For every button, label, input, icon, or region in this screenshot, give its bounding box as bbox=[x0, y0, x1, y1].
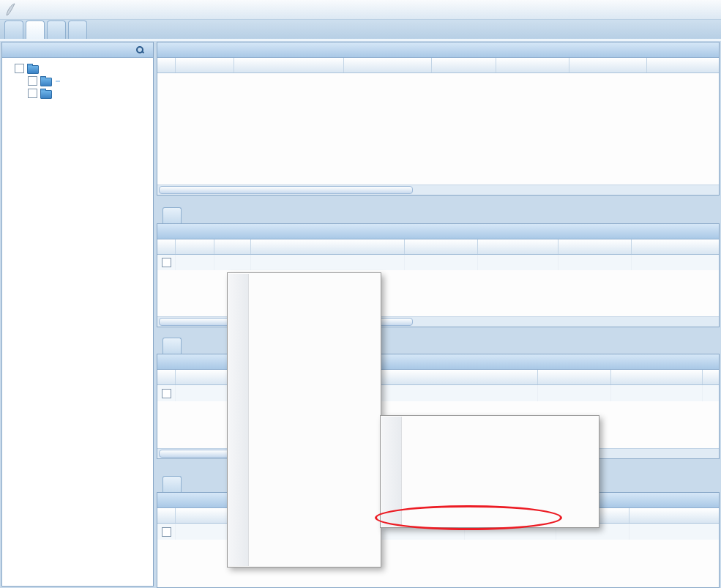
menubar-item[interactable] bbox=[86, 2, 102, 17]
context-menu-items bbox=[228, 273, 381, 295]
cell-state bbox=[559, 255, 632, 270]
tab[interactable] bbox=[4, 21, 23, 39]
folder-icon bbox=[40, 90, 52, 99]
tree-node-label bbox=[42, 68, 47, 70]
column-header[interactable] bbox=[381, 370, 538, 384]
column-header[interactable] bbox=[405, 239, 478, 254]
menubar-items bbox=[22, 2, 135, 17]
menubar-item[interactable] bbox=[119, 2, 135, 17]
tree-node[interactable] bbox=[5, 62, 150, 75]
checkbox-cell bbox=[157, 524, 176, 540]
row-checkbox[interactable] bbox=[162, 389, 171, 398]
grid-filler bbox=[157, 73, 719, 185]
column-header[interactable] bbox=[632, 239, 719, 254]
projects-panel bbox=[157, 42, 720, 196]
hierarchy-header bbox=[2, 42, 153, 58]
history-tab-row bbox=[162, 476, 184, 492]
menu-icon-gutter bbox=[228, 274, 249, 566]
folder-icon bbox=[27, 65, 39, 74]
tree-node-label bbox=[56, 93, 60, 94]
stages-section-header bbox=[157, 224, 719, 239]
tab[interactable] bbox=[26, 21, 45, 39]
context-menu bbox=[227, 272, 381, 567]
menubar-item[interactable] bbox=[54, 2, 70, 17]
menubar-item[interactable] bbox=[38, 2, 54, 17]
cell-state bbox=[538, 385, 611, 401]
projects-section-header bbox=[157, 42, 719, 58]
horizontal-scrollbar[interactable] bbox=[157, 185, 719, 195]
column-header[interactable] bbox=[234, 58, 344, 72]
column-header[interactable] bbox=[647, 58, 719, 72]
cell-account bbox=[478, 255, 559, 270]
column-header[interactable] bbox=[251, 239, 405, 254]
stages-grid-body bbox=[157, 255, 719, 270]
hierarchy-panel bbox=[1, 42, 154, 587]
column-header[interactable] bbox=[176, 58, 234, 72]
table-row[interactable] bbox=[157, 255, 719, 270]
menubar-item[interactable] bbox=[70, 2, 86, 17]
tab[interactable] bbox=[68, 21, 87, 39]
stages-tab-row bbox=[162, 207, 184, 223]
column-header[interactable] bbox=[703, 370, 719, 384]
column-header-check[interactable] bbox=[157, 58, 176, 72]
tree-node-label bbox=[56, 81, 60, 82]
column-header[interactable] bbox=[478, 239, 559, 254]
tabs bbox=[4, 21, 89, 39]
tree-node[interactable] bbox=[5, 75, 150, 87]
cell-cost bbox=[405, 255, 478, 270]
context-menu-item[interactable] bbox=[228, 275, 381, 294]
column-header-check[interactable] bbox=[157, 370, 176, 384]
menubar-item[interactable] bbox=[22, 2, 38, 17]
cell-name bbox=[381, 385, 538, 401]
tree-node[interactable] bbox=[5, 87, 150, 100]
column-header[interactable] bbox=[611, 370, 703, 384]
cell-level bbox=[176, 255, 214, 270]
column-header[interactable] bbox=[630, 508, 719, 523]
column-header-check[interactable] bbox=[157, 508, 176, 523]
menubar-item[interactable] bbox=[102, 2, 119, 17]
column-header[interactable] bbox=[496, 58, 569, 72]
column-header[interactable] bbox=[344, 58, 432, 72]
scrollbar-thumb[interactable] bbox=[159, 186, 413, 194]
tree-checkbox[interactable] bbox=[15, 64, 24, 73]
column-header[interactable] bbox=[538, 370, 611, 384]
stages-grid-header bbox=[157, 239, 719, 255]
hierarchy-header-icons bbox=[136, 46, 149, 54]
checkbox-cell bbox=[157, 255, 176, 270]
tab-bar bbox=[0, 19, 721, 41]
projects-grid-header bbox=[157, 58, 719, 73]
cell-limitation bbox=[630, 524, 719, 540]
works-tab-row bbox=[162, 338, 184, 354]
tab[interactable] bbox=[162, 476, 182, 492]
column-header-check[interactable] bbox=[157, 239, 176, 254]
column-header[interactable] bbox=[214, 239, 251, 254]
cell-name bbox=[251, 255, 405, 270]
column-header[interactable] bbox=[432, 58, 496, 72]
submenu-items bbox=[381, 416, 599, 437]
search-icon[interactable] bbox=[136, 46, 144, 54]
folder-icon bbox=[40, 78, 52, 86]
column-header[interactable] bbox=[176, 239, 214, 254]
annotation-ellipse bbox=[375, 505, 562, 530]
tab[interactable] bbox=[47, 21, 66, 39]
tree-checkbox[interactable] bbox=[28, 89, 37, 98]
app-logo-icon bbox=[3, 1, 18, 18]
menu-item-icon bbox=[234, 279, 242, 289]
checkbox-cell bbox=[157, 385, 176, 401]
tab[interactable] bbox=[162, 207, 182, 223]
row-checkbox[interactable] bbox=[162, 527, 171, 537]
column-header[interactable] bbox=[569, 58, 647, 72]
cell-number bbox=[214, 255, 251, 270]
hierarchy-tree bbox=[2, 58, 153, 586]
column-header[interactable] bbox=[559, 239, 632, 254]
cell-subdivision bbox=[703, 385, 719, 401]
cell-duration bbox=[611, 385, 703, 401]
menu-bar bbox=[0, 0, 721, 20]
tree-checkbox[interactable] bbox=[28, 76, 37, 86]
tab[interactable] bbox=[162, 338, 182, 354]
row-checkbox[interactable] bbox=[162, 258, 171, 267]
submenu-item[interactable] bbox=[381, 417, 599, 436]
cell-date bbox=[632, 255, 719, 270]
